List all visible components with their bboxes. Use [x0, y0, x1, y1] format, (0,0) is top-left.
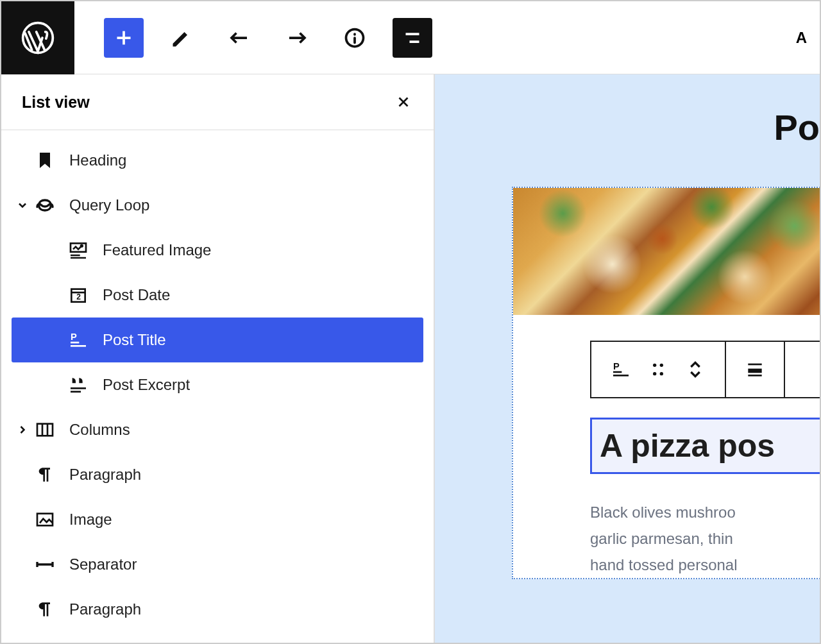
drag-icon — [648, 359, 668, 380]
tree-item-label: Post Excerpt — [103, 376, 190, 394]
add-block-button[interactable] — [104, 18, 144, 58]
svg-rect-22 — [748, 375, 761, 377]
topbar-tools — [74, 18, 432, 58]
svg-point-3 — [81, 245, 83, 247]
page-heading: Po — [512, 106, 820, 148]
tree-item-paragraph[interactable]: Paragraph — [1, 452, 434, 497]
svg-rect-2 — [71, 243, 86, 251]
columns-icon — [32, 419, 58, 440]
featured-image-icon — [65, 240, 91, 260]
excerpt-line: garlic parmesan, thin — [590, 526, 820, 552]
svg-text:2: 2 — [76, 292, 81, 301]
tree-item-post-title[interactable]: PPost Title — [12, 318, 423, 362]
align-button[interactable] — [726, 342, 785, 397]
tree-item-label: Separator — [69, 555, 137, 573]
tree-item-label: Featured Image — [103, 241, 211, 259]
svg-rect-8 — [71, 345, 86, 347]
svg-point-18 — [653, 372, 656, 375]
svg-rect-20 — [748, 364, 761, 366]
list-view-header: List view — [1, 74, 434, 130]
svg-rect-11 — [37, 424, 53, 436]
wordpress-logo-button[interactable] — [1, 1, 74, 74]
plus-icon — [112, 26, 135, 49]
excerpt-line: Black olives mushroo — [590, 500, 820, 526]
details-button[interactable] — [335, 18, 375, 58]
svg-rect-14 — [613, 371, 622, 373]
info-icon — [343, 26, 366, 49]
tree-item-label: Heading — [69, 151, 126, 169]
excerpt-line: hand tossed personal — [590, 552, 820, 579]
align-icon — [745, 359, 765, 380]
tree-item-label: Image — [69, 511, 112, 529]
svg-rect-9 — [71, 387, 86, 389]
tree-item-post-excerpt[interactable]: Post Excerpt — [1, 362, 434, 407]
wordpress-icon — [20, 20, 56, 56]
tree-item-label: Post Date — [103, 286, 170, 304]
query-loop-preview[interactable]: P A pizza pos — [512, 187, 820, 579]
tree-item-label: Paragraph — [69, 466, 141, 484]
block-toolbar: P — [590, 341, 820, 398]
list-view-panel: List view HeadingQuery LoopFeatured Imag… — [1, 74, 435, 643]
undo-button[interactable] — [219, 18, 259, 58]
chevron-up-down-icon — [685, 359, 706, 380]
tree-item-label: Post Title — [103, 331, 166, 349]
tree-item-label: Columns — [69, 421, 130, 439]
tree-item-label: Query Loop — [69, 196, 149, 214]
post-title-icon: P — [611, 359, 631, 380]
loop-icon — [32, 195, 58, 216]
svg-text:P: P — [71, 332, 77, 342]
svg-rect-15 — [613, 375, 629, 377]
quote-icon — [65, 375, 91, 395]
list-view-title: List view — [22, 93, 90, 112]
tree-item-post-date[interactable]: 2Post Date — [1, 273, 434, 318]
topbar-right-text: A — [796, 29, 820, 47]
block-tree: HeadingQuery LoopFeatured Image2Post Dat… — [1, 130, 434, 632]
close-icon — [395, 94, 412, 110]
featured-image-block[interactable] — [513, 188, 820, 315]
list-view-button[interactable] — [393, 18, 432, 58]
main-area: List view HeadingQuery LoopFeatured Imag… — [1, 74, 820, 643]
tree-item-heading[interactable]: Heading — [1, 138, 434, 183]
edit-button[interactable] — [162, 18, 201, 58]
list-view-icon — [401, 26, 424, 49]
svg-rect-10 — [71, 391, 81, 393]
post-title-icon: P — [65, 330, 91, 350]
svg-point-19 — [660, 372, 663, 375]
paragraph-icon — [32, 464, 58, 485]
chevron-right-icon[interactable] — [13, 423, 32, 436]
post-body: P A pizza pos — [513, 315, 820, 578]
post-title-block[interactable]: A pizza pos — [590, 418, 820, 474]
tree-item-image[interactable]: Image — [1, 497, 434, 542]
svg-point-16 — [653, 364, 656, 367]
calendar-icon: 2 — [65, 285, 91, 305]
chevron-down-icon[interactable] — [13, 199, 32, 212]
tree-item-separator[interactable]: Separator — [1, 542, 434, 587]
svg-rect-7 — [71, 342, 79, 344]
image-icon — [32, 509, 58, 530]
toolbar-overflow[interactable] — [785, 342, 820, 397]
move-up-down-button[interactable] — [685, 359, 706, 380]
tree-item-query-loop[interactable]: Query Loop — [1, 183, 434, 228]
drag-handle-button[interactable] — [648, 359, 668, 380]
redo-icon — [285, 26, 309, 49]
close-button[interactable] — [394, 92, 413, 112]
tree-item-featured-image[interactable]: Featured Image — [1, 228, 434, 273]
redo-button[interactable] — [277, 18, 317, 58]
bookmark-icon — [32, 150, 58, 171]
block-type-button[interactable]: P — [611, 359, 631, 380]
post-excerpt-block[interactable]: Black olives mushroo garlic parmesan, th… — [590, 500, 820, 578]
editor-canvas: Po P — [435, 74, 820, 643]
undo-icon — [228, 26, 251, 49]
paragraph-icon — [32, 599, 58, 620]
tree-item-label: Paragraph — [69, 600, 141, 618]
pencil-icon — [170, 26, 193, 49]
svg-rect-21 — [748, 369, 761, 373]
post-title-text: A pizza pos — [600, 427, 820, 464]
editor-topbar: A — [1, 1, 820, 74]
svg-text:P: P — [613, 361, 620, 371]
tree-item-paragraph[interactable]: Paragraph — [1, 587, 434, 632]
separator-icon — [32, 554, 58, 575]
toolbar-segment-block: P — [591, 342, 726, 397]
tree-item-columns[interactable]: Columns — [1, 407, 434, 452]
svg-point-17 — [660, 364, 663, 367]
